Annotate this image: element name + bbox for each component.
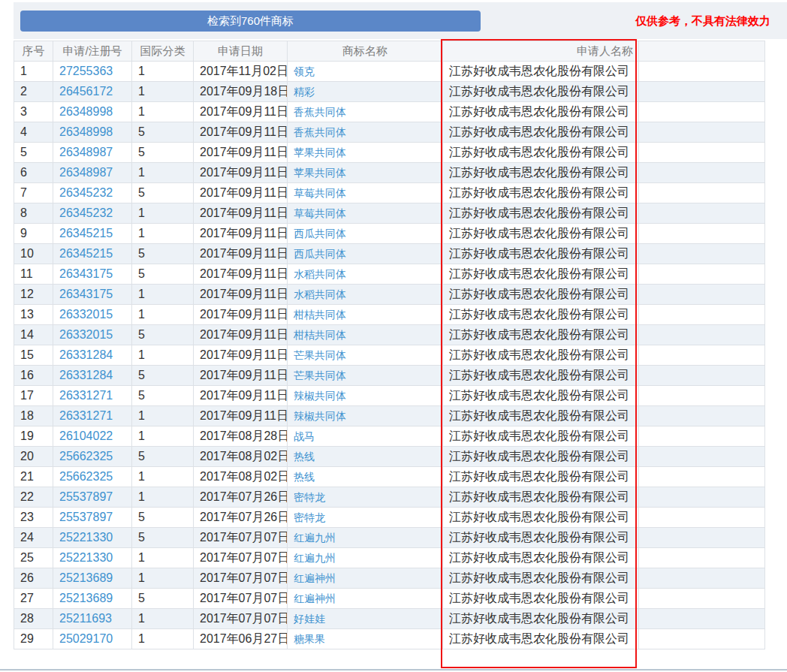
reg-number-link[interactable]: 25537897 [59,511,113,523]
trademark-name-link[interactable]: 苹果共同体 [294,146,346,158]
apply-date-cell: 2017年09月11日 [194,366,288,386]
reg-number-link[interactable]: 26348998 [59,125,113,138]
trademark-name-cell: 草莓共同体 [288,183,443,203]
trademark-name-link[interactable]: 辣椒共同体 [294,410,346,422]
col-header-empty [639,41,765,62]
trademark-name-cell: 红遍九州 [288,528,443,548]
empty-cell [639,143,765,163]
table-row: 152633128412017年09月11日芒果共同体江苏好收成韦恩农化股份有限… [14,345,765,366]
apply-date-cell: 2017年09月11日 [194,143,288,163]
trademark-results-table: 序号 申请/注册号 国际分类 申请日期 商标名称 申请人名称 127255363… [14,41,765,649]
reg-number-link[interactable]: 26104022 [59,429,113,442]
apply-date-cell: 2017年07月07日 [194,609,288,629]
trademark-name-link[interactable]: 红遍神州 [294,572,336,584]
row-index-cell: 7 [14,183,53,203]
reg-number-link[interactable]: 26348987 [59,166,113,179]
row-index-cell: 23 [14,508,53,528]
trademark-name-link[interactable]: 领克 [294,65,315,77]
row-index-cell: 11 [14,264,53,285]
apply-date-cell: 2017年09月18日 [194,82,288,102]
reg-number-link[interactable]: 26343175 [59,288,113,300]
reg-number-link[interactable]: 27255363 [59,65,113,77]
reg-number-link[interactable]: 26456172 [59,85,113,98]
reg-number-link[interactable]: 26331271 [59,409,113,422]
trademark-name-link[interactable]: 密特龙 [294,511,325,523]
reg-number-link[interactable]: 25662325 [59,470,113,483]
trademark-name-link[interactable]: 红遍神州 [294,592,336,604]
trademark-name-link[interactable]: 香蕉共同体 [294,106,346,118]
reg-number-link[interactable]: 25213689 [59,571,113,584]
table-row: 182633127112017年09月11日辣椒共同体江苏好收成韦恩农化股份有限… [14,406,765,426]
apply-date-cell: 2017年09月11日 [194,406,288,426]
intl-class-cell: 1 [132,62,194,82]
reg-number-link[interactable]: 25221330 [59,551,113,564]
reg-number-link[interactable]: 26331284 [59,369,113,381]
trademark-name-link[interactable]: 草莓共同体 [294,207,346,219]
reg-number-link[interactable]: 25662325 [59,450,113,463]
trademark-name-link[interactable]: 红遍九州 [294,532,336,544]
empty-cell [639,568,765,589]
reg-number-cell: 26348998 [53,102,132,122]
intl-class-cell: 5 [132,264,194,285]
trademark-name-link[interactable]: 战马 [294,430,315,442]
reg-number-link[interactable]: 25221330 [59,531,113,544]
trademark-name-link[interactable]: 辣椒共同体 [294,390,346,402]
table-row: 172633127152017年09月11日辣椒共同体江苏好收成韦恩农化股份有限… [14,386,765,406]
trademark-name-link[interactable]: 糖果果 [294,633,325,645]
table-header-row: 序号 申请/注册号 国际分类 申请日期 商标名称 申请人名称 [14,41,765,62]
reg-number-link[interactable]: 26331284 [59,348,113,361]
empty-cell [639,62,765,82]
table-row: 192610402212017年08月28日战马江苏好收成韦恩农化股份有限公司 [14,426,765,447]
trademark-name-link[interactable]: 水稻共同体 [294,268,346,280]
intl-class-cell: 1 [132,163,194,183]
trademark-name-link[interactable]: 好娃娃 [294,613,325,625]
reg-number-link[interactable]: 25029170 [59,632,113,645]
col-header-reg-number: 申请/注册号 [53,41,132,62]
apply-date-cell: 2017年09月11日 [194,386,288,406]
trademark-name-link[interactable]: 芒果共同体 [294,349,346,361]
reg-number-link[interactable]: 26332015 [59,328,113,341]
reg-number-link[interactable]: 26345232 [59,206,113,219]
reg-number-link[interactable]: 26343175 [59,267,113,280]
trademark-name-link[interactable]: 红遍九州 [294,552,336,564]
reg-number-link[interactable]: 25213689 [59,592,113,604]
trademark-name-link[interactable]: 芒果共同体 [294,369,346,381]
reg-number-cell: 25213689 [53,568,132,589]
trademark-name-link[interactable]: 苹果共同体 [294,167,346,179]
trademark-name-link[interactable]: 柑桔共同体 [294,329,346,341]
trademark-name-link[interactable]: 精彩 [294,86,315,98]
trademark-name-cell: 柑桔共同体 [288,325,443,345]
trademark-name-link[interactable]: 热线 [294,451,315,463]
reg-number-link[interactable]: 26332015 [59,308,113,321]
trademark-name-link[interactable]: 草莓共同体 [294,187,346,199]
empty-cell [639,163,765,183]
trademark-name-link[interactable]: 西瓜共同体 [294,228,346,240]
reg-number-link[interactable]: 26348998 [59,105,113,118]
row-index-cell: 29 [14,629,53,649]
reg-number-cell: 26343175 [53,285,132,305]
reg-number-cell: 26104022 [53,426,132,447]
trademark-name-link[interactable]: 西瓜共同体 [294,248,346,260]
trademark-name-link[interactable]: 柑桔共同体 [294,309,346,321]
reg-number-link[interactable]: 26345232 [59,186,113,199]
reg-number-cell: 25221330 [53,548,132,568]
reg-number-link[interactable]: 26348987 [59,146,113,158]
apply-date-cell: 2017年09月11日 [194,224,288,244]
trademark-name-link[interactable]: 水稻共同体 [294,288,346,300]
reg-number-link[interactable]: 25211693 [59,612,112,625]
intl-class-cell: 1 [132,305,194,325]
reg-number-link[interactable]: 26345215 [59,227,113,240]
trademark-name-link[interactable]: 香蕉共同体 [294,126,346,138]
trademark-name-cell: 精彩 [288,82,443,102]
applicant-name-cell: 江苏好收成韦恩农化股份有限公司 [443,244,639,264]
reg-number-link[interactable]: 26345215 [59,247,113,260]
trademark-name-cell: 柑桔共同体 [288,305,443,325]
trademark-name-link[interactable]: 密特龙 [294,491,325,503]
search-result-count-button[interactable]: 检索到760件商标 [20,11,481,32]
reg-number-link[interactable]: 25537897 [59,490,113,503]
trademark-name-link[interactable]: 热线 [294,471,315,483]
empty-cell [639,305,765,325]
row-index-cell: 25 [14,548,53,568]
reg-number-link[interactable]: 26331271 [59,389,113,402]
intl-class-cell: 1 [132,102,194,122]
